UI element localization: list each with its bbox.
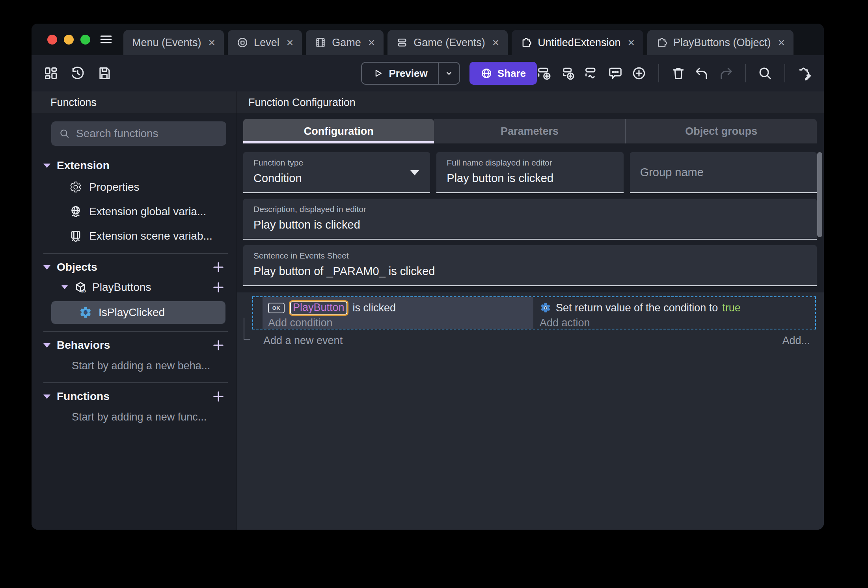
gear-icon [69, 181, 82, 194]
add-other-event-icon[interactable] [584, 66, 599, 81]
preview-button[interactable]: Preview [361, 62, 460, 85]
tab-parameters[interactable]: Parameters [434, 119, 625, 143]
preview-label: Preview [389, 67, 427, 80]
functions-section-header[interactable]: Functions [43, 387, 228, 406]
zoom-window-button[interactable] [80, 35, 90, 45]
functions-empty-hint: Start by adding a new func... [43, 406, 228, 428]
group-name-input[interactable] [640, 166, 807, 179]
preview-button-main[interactable]: Preview [362, 63, 438, 84]
sidebar-item-label: Extension global varia... [89, 205, 206, 218]
edit-extension-icon[interactable] [797, 66, 812, 81]
actions-column[interactable]: Set return value of the condition to tru… [533, 297, 815, 329]
close-icon[interactable]: × [778, 37, 785, 48]
tab-label: Configuration [304, 125, 374, 138]
chevron-down-icon[interactable] [61, 285, 68, 289]
close-icon[interactable]: × [287, 37, 294, 48]
share-button[interactable]: Share [469, 62, 537, 85]
preview-dropdown-button[interactable] [439, 63, 459, 84]
scrollbar-thumb[interactable] [817, 152, 822, 237]
search-functions-input[interactable] [76, 127, 218, 140]
tab-playbuttons-object[interactable]: PlayButtons (Object) × [647, 30, 793, 55]
toolbar-left-group [43, 66, 112, 81]
add-condition-button[interactable]: Add condition [268, 316, 533, 329]
object-2d-icon: 2D [74, 281, 87, 294]
chevron-down-icon[interactable] [43, 164, 50, 168]
action-gear-icon [540, 302, 551, 314]
conditions-column[interactable]: OK PlayButton is clicked Add condition [263, 297, 533, 329]
level-icon [237, 37, 248, 48]
search-functions-box[interactable] [51, 121, 226, 146]
event-row-selected[interactable]: OK PlayButton is clicked Add condition [252, 296, 816, 329]
toolbar-separator [745, 64, 746, 82]
objects-section-header[interactable]: Objects [43, 258, 228, 277]
extension-section-label: Extension [57, 159, 228, 172]
chevron-down-icon [444, 68, 454, 78]
tab-game-events[interactable]: Game (Events) × [387, 30, 508, 55]
chevron-down-icon[interactable] [43, 394, 50, 399]
action-value[interactable]: true [722, 302, 741, 314]
close-icon[interactable]: × [492, 37, 499, 48]
tab-untitled-extension[interactable]: UntitledExtension × [512, 30, 643, 55]
extension-section-header[interactable]: Extension [43, 156, 228, 175]
close-icon[interactable]: × [628, 37, 635, 48]
chevron-down-icon[interactable] [43, 343, 50, 348]
tab-game[interactable]: Game × [306, 30, 384, 55]
history-icon[interactable] [70, 66, 85, 81]
sidebar-divider [43, 253, 228, 254]
menu-icon[interactable] [99, 32, 113, 47]
sidebar-item-extension-global-variables[interactable]: Extension global varia... [43, 199, 228, 224]
undo-icon[interactable] [695, 66, 710, 81]
chevron-down-icon[interactable] [43, 265, 50, 270]
tab-object-groups[interactable]: Object groups [625, 119, 817, 143]
sidebar-item-extension-scene-variables[interactable]: Extension scene variab... [43, 224, 228, 248]
button-object-icon: OK [268, 303, 285, 313]
redo-icon[interactable] [718, 66, 733, 81]
tab-strip: Menu (Events) × Level × Game × [123, 30, 824, 55]
condition-object-chip[interactable]: PlayButton [289, 300, 348, 316]
sentence-field[interactable]: Sentence in Events Sheet Play button of … [243, 245, 817, 286]
behaviors-empty-hint: Start by adding a new beha... [43, 355, 228, 377]
tab-configuration[interactable]: Configuration [243, 119, 434, 143]
trash-icon[interactable] [671, 66, 686, 81]
toolbar-separator [784, 64, 785, 82]
close-window-button[interactable] [47, 35, 57, 45]
minimize-window-button[interactable] [64, 35, 74, 45]
tab-menu-events[interactable]: Menu (Events) × [123, 30, 224, 55]
tab-level[interactable]: Level × [228, 30, 302, 55]
close-icon[interactable]: × [209, 37, 216, 48]
sidebar-item-playbuttons[interactable]: 2D PlayButtons [43, 277, 228, 298]
save-icon[interactable] [97, 66, 112, 81]
comment-icon[interactable] [608, 66, 623, 81]
add-circle-icon[interactable] [631, 66, 646, 81]
sidebar-header: Functions [32, 91, 237, 114]
sentence-value: Play button of _PARAM0_ is clicked [253, 265, 807, 278]
behaviors-section-header[interactable]: Behaviors [43, 336, 228, 355]
sidebar-divider [43, 331, 228, 332]
add-object-button[interactable] [211, 260, 225, 274]
search-icon[interactable] [758, 66, 773, 81]
action-text: Set return value of the condition to [556, 302, 718, 314]
add-action-button[interactable]: Add action [540, 316, 815, 329]
add-function-button[interactable] [211, 389, 225, 404]
add-new-event-button[interactable]: Add a new event [263, 335, 343, 347]
sidebar-item-properties[interactable]: Properties [43, 175, 228, 199]
add-event-icon[interactable] [537, 66, 552, 81]
full-name-field[interactable]: Full name displayed in editor Play butto… [436, 152, 623, 193]
sidebar-item-isplayclicked[interactable]: ? IsPlayClicked [51, 301, 225, 324]
layout-panels-icon[interactable] [43, 66, 58, 81]
sidebar-item-label: Extension scene variab... [89, 230, 212, 242]
add-subevent-icon[interactable] [561, 66, 576, 81]
function-type-field[interactable]: Function type Condition [243, 152, 430, 193]
function-configuration-panel: Function Configuration Configuration Par… [237, 91, 824, 530]
tab-label: Menu (Events) [132, 37, 201, 49]
sidebar-title: Functions [50, 97, 97, 109]
film-icon [315, 37, 326, 48]
description-field[interactable]: Description, displayed in editor Play bu… [243, 199, 817, 240]
add-behavior-button[interactable] [211, 338, 225, 352]
add-object-function-button[interactable] [211, 280, 225, 294]
close-icon[interactable]: × [368, 37, 375, 48]
group-name-field[interactable] [630, 152, 817, 193]
svg-text:2D: 2D [81, 289, 86, 293]
play-icon [372, 68, 383, 79]
add-more-button[interactable]: Add... [782, 335, 810, 347]
